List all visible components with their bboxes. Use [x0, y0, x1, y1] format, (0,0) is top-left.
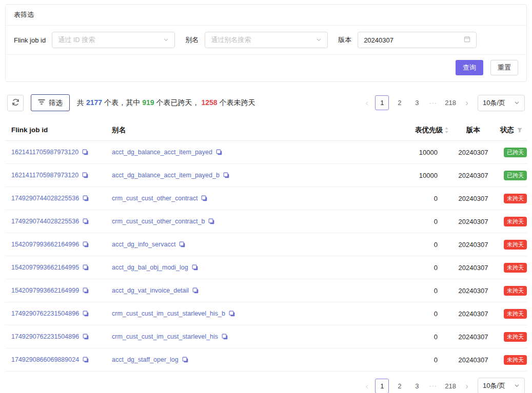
status-badge: 已跨天 — [504, 148, 527, 157]
refresh-button[interactable] — [7, 95, 24, 111]
page: 表筛选 Flink job id 通过 ID 搜索 别名 通过别名搜索 版本 2… — [0, 0, 532, 393]
alias-link[interactable]: crm_cust_cust_other_contract_b — [112, 218, 205, 225]
header-priority-label: 表优先级 — [415, 126, 443, 135]
copy-icon[interactable] — [83, 195, 89, 202]
flink-job-id-link[interactable]: 1749290762231504896 — [11, 310, 79, 317]
copy-icon[interactable] — [83, 241, 89, 248]
next-page-button[interactable]: › — [462, 379, 471, 393]
alias-link[interactable]: crm_cust_cust_other_contract — [112, 195, 198, 202]
alias-link[interactable]: acct_dg_info_servacct — [112, 241, 175, 248]
alias-link[interactable]: crm_cust_cust_im_cust_starlevel_his_b — [112, 310, 225, 317]
page-button-2[interactable]: 2 — [392, 379, 406, 393]
page-button-last[interactable]: 218 — [442, 379, 459, 393]
table-toolbar: 筛选 共 2177 个表，其中 919 个表已跨天， 1258 个表未跨天 ‹ … — [5, 94, 527, 111]
copy-icon[interactable] — [192, 287, 199, 294]
version-date-input[interactable]: 20240307 — [358, 32, 477, 48]
copy-icon[interactable] — [83, 218, 89, 225]
filter-toggle-button[interactable]: 筛选 — [31, 94, 70, 111]
copy-icon[interactable] — [216, 149, 223, 156]
status-badge: 未跨天 — [504, 332, 527, 342]
summary-total-count: 2177 — [86, 98, 102, 107]
priority-value: 0 — [372, 218, 449, 225]
table-row: 1621411705987973120 acct_dg_balance_acct… — [5, 141, 527, 164]
flink-job-id-placeholder: 通过 ID 搜索 — [58, 35, 95, 45]
flink-job-id-link[interactable]: 1542097993662164996 — [11, 241, 79, 248]
page-button-1[interactable]: 1 — [375, 379, 389, 393]
version-date-value: 20240307 — [364, 36, 393, 44]
table-body: 1621411705987973120 acct_dg_balance_acct… — [5, 141, 527, 371]
copy-icon[interactable] — [83, 287, 89, 294]
pagination-top: ‹ 1 2 3 ··· 218 › 10条/页 — [362, 95, 525, 111]
alias-link[interactable]: crm_cust_cust_im_cust_starlevel_his — [112, 333, 218, 340]
tables-table: Flink job id 别名 表优先级 版本 状态 1621411705987… — [5, 119, 527, 371]
page-button-2[interactable]: 2 — [392, 95, 406, 110]
flink-job-id-link[interactable]: 1749290744028225536 — [11, 195, 79, 202]
page-size-select[interactable]: 10条/页 — [478, 95, 525, 111]
alias-link[interactable]: acct_dg_staff_oper_log — [112, 356, 179, 363]
copy-icon[interactable] — [179, 241, 186, 248]
header-flink-job-id: Flink job id — [5, 126, 106, 134]
alias-placeholder: 通过别名搜索 — [211, 35, 251, 45]
page-button-1[interactable]: 1 — [375, 95, 389, 110]
chevron-down-icon — [514, 98, 520, 108]
flink-job-id-link[interactable]: 1749290762231504896 — [11, 333, 79, 340]
flink-job-id-link[interactable]: 1749290744028225536 — [11, 218, 79, 225]
query-button[interactable]: 查询 — [456, 60, 483, 75]
copy-icon[interactable] — [83, 264, 89, 271]
flink-job-id-link[interactable]: 1621411705987973120 — [11, 172, 78, 179]
priority-value: 0 — [372, 356, 449, 364]
jump-pages-ellipsis[interactable]: ··· — [427, 99, 439, 107]
copy-icon[interactable] — [222, 334, 228, 340]
header-version: 版本 — [449, 126, 498, 135]
sort-icon[interactable] — [444, 127, 449, 134]
version-value: 20240307 — [449, 195, 498, 202]
table-summary: 共 2177 个表，其中 919 个表已跨天， 1258 个表未跨天 — [77, 98, 255, 108]
refresh-icon — [12, 98, 19, 108]
copy-icon[interactable] — [208, 218, 215, 225]
alias-link[interactable]: acct_dg_balance_acct_item_payed — [112, 149, 212, 156]
flink-job-id-link[interactable]: 1542097993662164999 — [11, 287, 79, 294]
calendar-icon — [464, 35, 470, 45]
alias-select[interactable]: 通过别名搜索 — [205, 32, 328, 48]
page-button-last[interactable]: 218 — [442, 95, 459, 110]
summary-text: 个表已跨天， — [156, 98, 200, 108]
page-size-select[interactable]: 10条/页 — [478, 378, 525, 393]
copy-icon[interactable] — [83, 311, 89, 317]
copy-icon[interactable] — [82, 172, 89, 179]
priority-value: 0 — [372, 310, 449, 318]
table-row: 1542097993662164996 acct_dg_info_servacc… — [5, 233, 527, 256]
status-badge: 未跨天 — [504, 286, 527, 296]
filter-card: 表筛选 Flink job id 通过 ID 搜索 别名 通过别名搜索 版本 2… — [5, 4, 527, 82]
page-button-3[interactable]: 3 — [410, 95, 424, 110]
prev-page-button[interactable]: ‹ — [362, 95, 371, 110]
flink-job-id-select[interactable]: 通过 ID 搜索 — [52, 32, 175, 48]
priority-value: 0 — [372, 333, 449, 341]
table-row: 1749290762231504896 crm_cust_cust_im_cus… — [5, 325, 527, 348]
copy-icon[interactable] — [83, 357, 89, 363]
prev-page-button[interactable]: ‹ — [362, 379, 371, 393]
copy-icon[interactable] — [182, 357, 189, 363]
flink-job-id-link[interactable]: 1542097993662164995 — [11, 264, 79, 271]
version-value: 20240307 — [449, 264, 498, 272]
chevron-down-icon — [514, 381, 520, 390]
jump-pages-ellipsis[interactable]: ··· — [427, 382, 439, 389]
filter-funnel-icon[interactable] — [517, 127, 523, 133]
next-page-button[interactable]: › — [462, 95, 471, 110]
table-row: 1542097993662164999 acct_dg_vat_invoice_… — [5, 279, 527, 302]
flink-job-id-link[interactable]: 1749290866069889024 — [11, 356, 79, 363]
header-status-label: 状态 — [500, 126, 514, 135]
alias-link[interactable]: acct_dg_vat_invoice_detail — [112, 287, 189, 294]
page-button-3[interactable]: 3 — [410, 379, 424, 393]
copy-icon[interactable] — [201, 195, 208, 202]
copy-icon[interactable] — [223, 172, 230, 179]
alias-link[interactable]: acct_dg_bal_obj_modi_log — [112, 264, 188, 271]
copy-icon[interactable] — [83, 334, 89, 340]
copy-icon[interactable] — [229, 311, 235, 317]
flink-job-id-link[interactable]: 1621411705987973120 — [11, 149, 78, 156]
summary-uncrossed-count: 1258 — [202, 98, 218, 107]
alias-link[interactable]: acct_dg_balance_acct_item_payed_b — [112, 172, 220, 179]
copy-icon[interactable] — [192, 264, 199, 271]
copy-icon[interactable] — [82, 149, 89, 156]
table-row: 1542097993662164995 acct_dg_bal_obj_modi… — [5, 256, 527, 279]
reset-button[interactable]: 重置 — [490, 60, 518, 75]
